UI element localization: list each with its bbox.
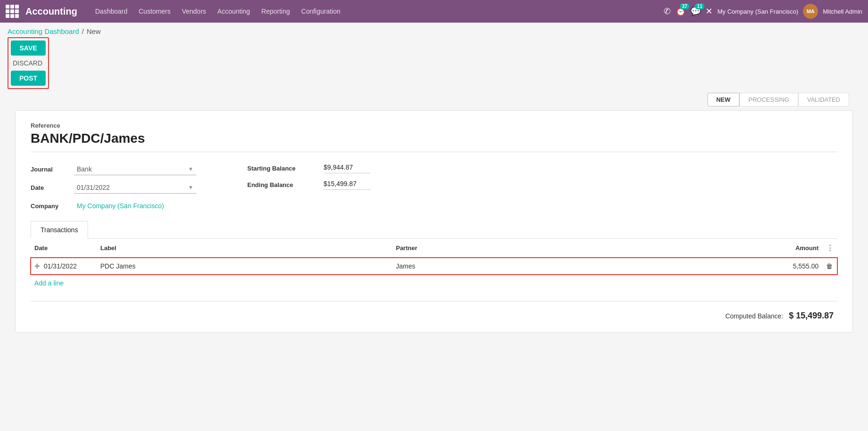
fields-left: Journal Bank ▼ Date 01/31/2022 ▼ Company… — [31, 163, 219, 211]
date-input[interactable]: 01/31/2022 ▼ — [74, 182, 196, 194]
phone-icon[interactable]: ✆ — [664, 6, 671, 16]
breadcrumb: Accounting Dashboard / New — [0, 23, 868, 37]
company-label: Company — [31, 203, 68, 210]
breadcrumb-separator: / — [82, 27, 84, 35]
nav-company: My Company (San Francisco) — [717, 8, 798, 15]
tabs-row: Transactions — [31, 221, 837, 239]
close-icon[interactable]: ✕ — [706, 6, 713, 16]
starting-balance-value: $9,944.87 — [324, 163, 371, 173]
status-step-new[interactable]: NEW — [707, 93, 739, 106]
avatar: MA — [803, 4, 818, 19]
clock-badge-wrap[interactable]: ⏰ 37 — [675, 6, 686, 16]
date-value: 01/31/2022 — [77, 184, 110, 191]
date-label: Date — [31, 184, 68, 191]
cell-drag: ✚ 01/31/2022 — [31, 258, 97, 275]
table-row[interactable]: ✚ 01/31/2022 PDC James James 5,555.00 🗑 — [31, 258, 837, 275]
col-amount: Amount — [592, 239, 822, 258]
transactions-table-wrap: Date Label Partner Amount ⋮ ✚ 01/31/2022 — [31, 239, 837, 292]
journal-dropdown[interactable]: Bank ▼ — [74, 163, 196, 175]
nav-right: ✆ ⏰ 37 💬 11 ✕ My Company (San Francisco)… — [664, 4, 862, 19]
transactions-table: Date Label Partner Amount ⋮ ✚ 01/31/2022 — [31, 239, 837, 275]
grid-menu-icon[interactable] — [6, 5, 19, 18]
delete-row-icon[interactable]: 🗑 — [822, 258, 837, 275]
journal-value: Bank — [77, 165, 92, 173]
reference-value: BANK/PDC/James — [31, 131, 837, 152]
fields-right: Starting Balance $9,944.87 Ending Balanc… — [247, 163, 371, 211]
main-card: Reference BANK/PDC/James Journal Bank ▼ … — [15, 110, 853, 333]
company-value[interactable]: My Company (San Francisco) — [74, 200, 196, 211]
breadcrumb-link[interactable]: Accounting Dashboard — [8, 27, 79, 35]
date-field-row: Date 01/31/2022 ▼ — [31, 182, 219, 194]
breadcrumb-current: New — [87, 27, 101, 35]
col-partner: Partner — [392, 239, 592, 258]
message-badge: 11 — [695, 3, 705, 9]
computed-balance-row: Computed Balance: $ 15,499.87 — [31, 301, 837, 321]
reference-label: Reference — [31, 122, 837, 129]
column-settings-icon[interactable]: ⋮ — [826, 244, 834, 252]
journal-field-row: Journal Bank ▼ — [31, 163, 219, 175]
status-bar: NEW PROCESSING VALIDATED — [8, 93, 860, 106]
save-button[interactable]: SAVE — [11, 41, 46, 56]
nav-link-reporting[interactable]: Reporting — [257, 5, 295, 18]
nav-links: Dashboard Customers Vendors Accounting R… — [90, 5, 660, 18]
computed-balance-label: Computed Balance: — [725, 312, 783, 320]
message-badge-wrap[interactable]: 💬 11 — [690, 6, 701, 16]
journal-dropdown-arrow: ▼ — [188, 166, 194, 172]
tab-transactions[interactable]: Transactions — [31, 221, 88, 239]
company-field-row: Company My Company (San Francisco) — [31, 200, 219, 211]
status-step-processing[interactable]: PROCESSING — [739, 93, 798, 106]
col-date: Date — [31, 239, 97, 258]
nav-link-vendors[interactable]: Vendors — [177, 5, 211, 18]
nav-user: Mitchell Admin — [823, 8, 862, 15]
cell-date: 01/31/2022 — [44, 262, 77, 270]
ending-balance-label: Ending Balance — [247, 181, 318, 188]
cell-partner: James — [392, 258, 592, 275]
clock-badge: 37 — [680, 3, 690, 9]
status-step-validated[interactable]: VALIDATED — [798, 93, 849, 106]
computed-balance-value: $ 15,499.87 — [789, 311, 834, 321]
col-label: Label — [97, 239, 392, 258]
cell-label: PDC James — [97, 258, 392, 275]
add-line-button[interactable]: Add a line — [31, 275, 67, 292]
nav-link-configuration[interactable]: Configuration — [297, 5, 345, 18]
post-button[interactable]: POST — [11, 71, 46, 86]
ending-balance-value: $15,499.87 — [324, 180, 371, 190]
fields-row: Journal Bank ▼ Date 01/31/2022 ▼ Company… — [31, 163, 837, 211]
top-navigation: Accounting Dashboard Customers Vendors A… — [0, 0, 868, 23]
starting-balance-label: Starting Balance — [247, 165, 318, 172]
nav-link-customers[interactable]: Customers — [134, 5, 176, 18]
app-title: Accounting — [25, 6, 77, 17]
nav-link-dashboard[interactable]: Dashboard — [90, 5, 132, 18]
ending-balance-row: Ending Balance $15,499.87 — [247, 180, 371, 190]
journal-label: Journal — [31, 166, 68, 173]
cell-amount: 5,555.00 — [592, 258, 822, 275]
discard-button[interactable]: DISCARD — [11, 58, 46, 68]
date-dropdown-arrow: ▼ — [188, 184, 194, 191]
drag-handle-icon[interactable]: ✚ — [34, 262, 40, 270]
starting-balance-row: Starting Balance $9,944.87 — [247, 163, 371, 173]
nav-link-accounting[interactable]: Accounting — [213, 5, 255, 18]
